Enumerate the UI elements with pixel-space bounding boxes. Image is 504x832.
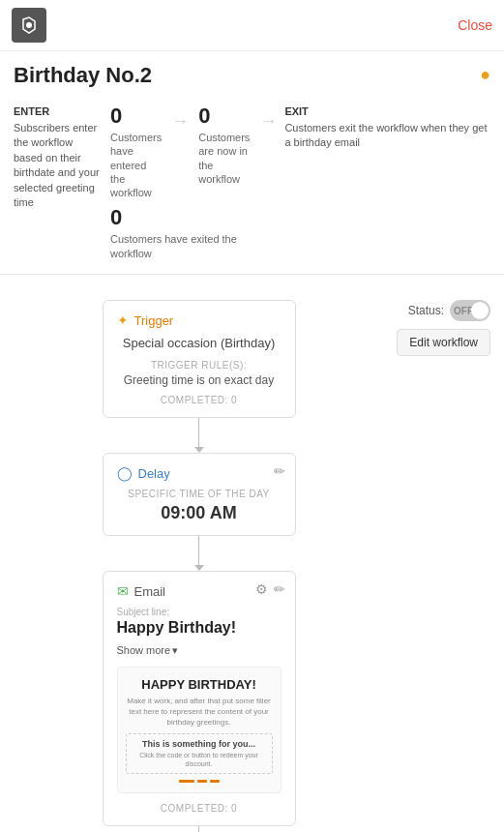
email-envelope-icon: ✉ (117, 583, 129, 599)
connector-line-2 (198, 536, 199, 565)
trigger-main-text: Special occasion (Birthday) (117, 336, 282, 350)
exit-label: EXIT (284, 105, 490, 117)
connector-line-1 (198, 418, 199, 447)
exited-label: Customers have exited the workflow (110, 228, 277, 260)
email-preview-box-body: Click the code or button to redeem your … (132, 751, 267, 768)
divider (0, 274, 504, 275)
toggle-text: OFF (454, 306, 473, 316)
stats-section: ENTER Subscribers enter the workflow bas… (0, 96, 504, 274)
delay-node-header: ◯ Delay (117, 465, 282, 481)
email-preview-body: Make it work, and after that put some fi… (126, 696, 273, 728)
arrow-right-icon: → (171, 111, 189, 132)
dot-1 (179, 780, 194, 783)
subject-value: Happy Birthday! (117, 619, 282, 637)
page-title: Birthday No.2 (14, 63, 490, 88)
status-toggle[interactable]: OFF (450, 300, 490, 321)
enter-description: Subscribers enter the workflow based on … (14, 121, 101, 210)
trigger-rules-value: Greeting time is on exact day (117, 373, 282, 387)
entered-label: Customers have entered the workflow (110, 127, 162, 199)
exited-stat: 0 Customers have exited the workflow (110, 207, 277, 260)
enter-label: ENTER (14, 105, 101, 117)
dot-2 (197, 780, 207, 783)
email-node-title: Email (134, 584, 166, 599)
show-more-button[interactable]: Show more ▾ (117, 644, 179, 657)
email-edit-pencil-icon[interactable]: ✏ (274, 581, 285, 597)
email-preview-box: This is something for you... Click the c… (126, 733, 273, 774)
chevron-down-icon: ▾ (172, 644, 178, 657)
page-title-area: Birthday No.2 ● (0, 51, 504, 96)
close-button[interactable]: Close (458, 17, 492, 33)
arrow-right-icon2: → (259, 111, 277, 132)
exit-section: EXIT Customers exit the workflow when th… (277, 105, 490, 260)
connector-line-3 (198, 826, 199, 832)
app-logo (12, 8, 46, 43)
trigger-completed-label: COMPLETED: 0 (117, 395, 282, 405)
email-preview-box-title: This is something for you... (132, 739, 267, 749)
edit-workflow-button[interactable]: Edit workflow (397, 329, 490, 356)
entered-stat: 0 Customers have entered the workflow → … (110, 105, 277, 199)
email-preview: HAPPY BIRTHDAY! Make it work, and after … (117, 667, 282, 794)
email-node: ✉ Email ✏ ⚙ Subject line: Happy Birthday… (103, 571, 296, 826)
toggle-knob (471, 302, 489, 319)
stats-middle: 0 Customers have entered the workflow → … (110, 105, 277, 260)
trigger-node: ✦ Trigger Special occasion (Birthday) TR… (103, 300, 296, 418)
status-row: Status: OFF (408, 300, 490, 321)
delay-node-title: Delay (138, 466, 170, 481)
email-preview-dots (126, 780, 273, 783)
clock-icon: ◯ (117, 465, 133, 481)
star-icon: ✦ (117, 312, 129, 328)
enter-column: ENTER Subscribers enter the workflow bas… (14, 105, 110, 260)
delay-edit-pencil-icon[interactable]: ✏ (274, 463, 285, 479)
workflow-nodes: ✦ Trigger Special occasion (Birthday) TR… (14, 300, 490, 832)
time-value: 09:00 AM (117, 503, 282, 523)
exited-count: 0 (110, 207, 277, 228)
exit-description: Customers exit the workflow when they ge… (284, 121, 490, 151)
trigger-rules-label: TRIGGER RULE(S): (117, 360, 282, 371)
entered-count: 0 (110, 105, 162, 127)
user-icon: ● (480, 65, 490, 85)
email-settings-gear-icon[interactable]: ⚙ (255, 581, 268, 597)
delay-node: ◯ Delay ✏ SPECIFIC TIME OF THE DAY 09:00… (103, 453, 296, 536)
workflow-area: Status: OFF Edit workflow ✦ Trigger Spec… (0, 290, 504, 832)
specific-time-label: SPECIFIC TIME OF THE DAY (117, 489, 282, 499)
svg-point-0 (26, 22, 32, 28)
current-label: Customers are now in the workflow (198, 127, 250, 186)
email-preview-title: HAPPY BIRTHDAY! (126, 677, 273, 692)
status-edit-row: Status: OFF Edit workflow (397, 300, 490, 356)
header: Close (0, 0, 504, 51)
status-label: Status: (408, 304, 444, 317)
subject-label: Subject line: (117, 607, 282, 617)
trigger-node-title: Trigger (134, 313, 174, 328)
email-completed-label: COMPLETED: 0 (117, 803, 282, 814)
trigger-node-header: ✦ Trigger (117, 312, 282, 328)
dot-3 (210, 780, 220, 783)
current-count: 0 (198, 105, 250, 127)
